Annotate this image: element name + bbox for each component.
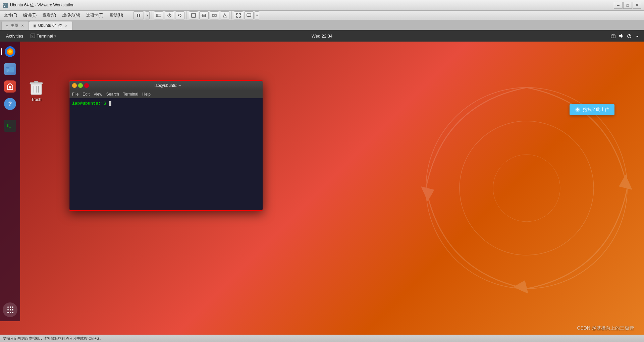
svg-point-36: [9, 86, 11, 89]
dock-item-files[interactable]: [3, 62, 17, 76]
gnome-system-tray: [610, 33, 640, 39]
gnome-clock: Wed 22:34: [312, 34, 333, 39]
view-full-btn[interactable]: [199, 11, 209, 19]
menu-bar: 文件(F) 编辑(E) 查看(V) 虚拟机(M) 选项卡(T) 帮助(H) ▼: [0, 11, 644, 20]
display-btn[interactable]: [244, 11, 254, 19]
grid-dot: [12, 309, 13, 310]
terminal-titlebar: lab@ubuntu: ~: [69, 81, 263, 90]
vmware-window: V Ubuntu 64 位 - VMware Workstation ─ □ ✕…: [0, 0, 644, 342]
fullscreen-btn[interactable]: [234, 11, 243, 19]
terminal-menu-edit[interactable]: Edit: [83, 92, 90, 97]
terminal-cursor: [109, 101, 111, 106]
svg-text:$_: $_: [7, 124, 11, 128]
display-dropdown[interactable]: ▼: [255, 11, 259, 19]
close-btn[interactable]: ✕: [633, 2, 641, 9]
terminal-small-icon: $: [31, 34, 35, 38]
upload-btn[interactable]: 拖拽至此上传: [570, 104, 614, 115]
gnome-terminal-tab[interactable]: $ Terminal ▾: [28, 33, 59, 39]
terminal-prompt: lab@ubuntu:~$: [72, 101, 106, 106]
view-unity-btn[interactable]: [210, 11, 219, 19]
terminal-menubar: File Edit View Search Terminal Help: [69, 90, 263, 98]
tab-home[interactable]: ⌂ 主页 ✕: [1, 21, 29, 30]
minimize-btn[interactable]: ─: [614, 2, 623, 9]
send-ctrl-alt-del[interactable]: [154, 11, 163, 19]
vm-area[interactable]: Activities $ Terminal ▾ Wed 22:34: [0, 30, 644, 335]
terminal-menu-file[interactable]: File: [72, 92, 78, 97]
activities-btn[interactable]: Activities: [4, 34, 25, 39]
grid-dot: [10, 306, 11, 308]
terminal-close-btn[interactable]: [84, 83, 89, 88]
terminal-window-buttons: [72, 83, 89, 88]
grid-dot: [10, 309, 11, 310]
svg-rect-14: [247, 14, 251, 16]
terminal-menu-terminal[interactable]: Terminal: [123, 92, 138, 97]
svg-rect-3: [139, 14, 140, 17]
svg-rect-8: [192, 13, 196, 17]
svg-point-24: [426, 88, 627, 289]
show-applications-btn[interactable]: [3, 302, 17, 317]
speaker-icon[interactable]: [619, 33, 624, 39]
csdn-watermark: CSDN @基极向上的三极管: [577, 325, 634, 331]
menu-file[interactable]: 文件(F): [1, 12, 20, 19]
snap-btn[interactable]: [165, 11, 174, 19]
menu-view[interactable]: 查看(V): [40, 12, 59, 19]
grid-dot: [10, 312, 11, 313]
terminal-window[interactable]: lab@ubuntu: ~ File Edit View Search Term…: [69, 80, 263, 211]
software-center-icon: [4, 80, 16, 93]
desktop[interactable]: ? $_: [0, 42, 644, 335]
dock-item-help[interactable]: ?: [3, 97, 17, 111]
terminal-menu-search[interactable]: Search: [106, 92, 119, 97]
svg-marker-28: [513, 280, 528, 294]
svg-rect-44: [34, 81, 38, 83]
svg-marker-27: [619, 175, 632, 190]
firefox-icon: [4, 46, 16, 58]
settings-tray-icon[interactable]: [635, 33, 640, 39]
terminal-minimize-btn[interactable]: [72, 83, 77, 88]
tab-home-close[interactable]: ✕: [20, 23, 24, 28]
pause-btn[interactable]: [133, 11, 144, 19]
vmware-status-bar: 要输入定向到该虚拟机，请将鼠标指针移入其中或按 Ctrl+G。: [0, 335, 644, 342]
upload-label: 拖拽至此上传: [583, 107, 609, 113]
grid-dot: [12, 312, 13, 313]
help-icon: ?: [4, 98, 16, 110]
snap-restore-btn[interactable]: [175, 11, 184, 19]
upload-icon: [575, 107, 580, 112]
dock-item-software[interactable]: [3, 79, 17, 94]
terminal-menu-view[interactable]: View: [94, 92, 102, 97]
svg-marker-23: [636, 36, 639, 37]
tab-ubuntu-close[interactable]: ✕: [64, 23, 68, 28]
dock-item-terminal[interactable]: $_: [3, 118, 17, 133]
terminal-maximize-btn[interactable]: [78, 83, 83, 88]
power-icon[interactable]: [627, 33, 632, 39]
dock-item-firefox[interactable]: [3, 44, 17, 59]
svg-marker-29: [421, 186, 434, 202]
svg-text:$: $: [31, 35, 33, 38]
menu-tabs[interactable]: 选项卡(T): [84, 12, 106, 19]
trash-label: Trash: [31, 97, 41, 102]
grid-dot: [12, 306, 13, 308]
pause-dropdown[interactable]: ▼: [145, 11, 150, 19]
menu-help[interactable]: 帮助(H): [107, 12, 126, 19]
svg-text:V: V: [3, 4, 6, 7]
terminal-dock-icon: $_: [4, 120, 16, 132]
svg-rect-34: [6, 67, 9, 68]
svg-rect-2: [137, 14, 138, 17]
vmware-icon: V: [3, 3, 8, 8]
dock: ? $_: [0, 42, 20, 321]
svg-rect-12: [215, 14, 216, 16]
menu-vm[interactable]: 虚拟机(M): [59, 12, 83, 19]
status-text: 要输入定向到该虚拟机，请将鼠标指针移入其中或按 Ctrl+G。: [3, 336, 103, 341]
terminal-menu-help[interactable]: Help: [142, 92, 151, 97]
svg-point-26: [493, 155, 560, 222]
window-controls: ─ □ ✕: [614, 2, 641, 9]
tab-bar: ⌂ 主页 ✕ ▣ Ubuntu 64 位 ✕: [0, 20, 644, 30]
tab-ubuntu[interactable]: ▣ Ubuntu 64 位 ✕: [29, 21, 72, 30]
view-more-btn[interactable]: [220, 11, 229, 19]
maximize-btn[interactable]: □: [623, 2, 632, 9]
menu-edit[interactable]: 编辑(E): [20, 12, 39, 19]
view-normal-btn[interactable]: [189, 11, 198, 19]
network-icon[interactable]: [610, 33, 616, 39]
terminal-body[interactable]: lab@ubuntu:~$: [69, 98, 263, 210]
desktop-trash-icon[interactable]: Trash: [27, 78, 46, 103]
terminal-title: lab@ubuntu: ~: [89, 83, 247, 88]
